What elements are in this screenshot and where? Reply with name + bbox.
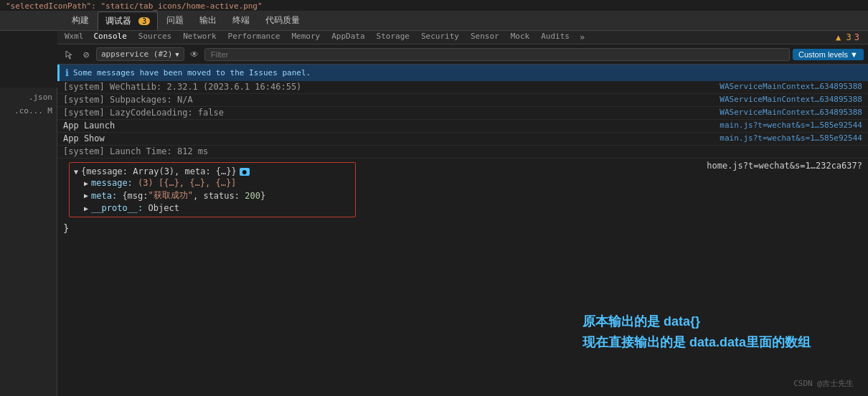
tab-issues[interactable]: 问题 (159, 11, 191, 29)
closing-brace: } (57, 221, 868, 235)
tab-memory[interactable]: Memory (286, 31, 326, 44)
info-icon: ℹ (65, 67, 69, 78)
app-container: "selectedIconPath": "static/tab_icons/ho… (0, 0, 868, 396)
context-selector[interactable]: appservice (#2) ▼ (96, 47, 184, 61)
expand-triangle[interactable] (74, 168, 78, 176)
tab-sources[interactable]: Sources (133, 31, 177, 44)
info-banner: ℹ Some messages have been moved to the I… (57, 65, 868, 81)
meta-triangle[interactable] (84, 192, 88, 199)
tab-debugger[interactable]: 调试器 3 (98, 11, 158, 30)
custom-levels-button[interactable]: Custom levels ▼ (793, 49, 864, 60)
object-meta-row: meta: {msg: "获取成功" , status: 200 } (74, 189, 351, 202)
log-line: [system] LazyCodeLoading: false WAServic… (57, 107, 868, 120)
top-bar: 构建 调试器 3 问题 输出 终端 代码质量 (0, 11, 868, 31)
warning-count: ▲ 3 3 (830, 32, 865, 42)
log-line: [system] WeChatLib: 2.32.1 (2023.6.1 16:… (57, 81, 868, 94)
annotation: 原本输出的是 data{} 现在直接输出的是 data.data里面的数组 (582, 311, 811, 353)
eye-button[interactable]: 👁 (187, 47, 202, 62)
log-line: App Launch main.js?t=wechat&s=1…585e9254… (57, 120, 868, 133)
message-triangle[interactable] (84, 179, 88, 187)
proto-triangle[interactable] (84, 204, 88, 212)
object-message-row: message: (3) [{…}, {…}, {…}] (74, 177, 351, 189)
tab-code-quality[interactable]: 代码质量 (258, 11, 307, 29)
tab-sensor[interactable]: Sensor (465, 31, 505, 44)
left-panel-json[interactable]: .json (0, 90, 57, 104)
cursor-tool-button[interactable] (62, 47, 76, 62)
clear-console-button[interactable]: ⊘ (79, 47, 93, 62)
tab-wxml[interactable]: Wxml (60, 31, 88, 44)
console-toolbar: ⊘ appservice (#2) ▼ 👁 Custom levels ▼ (57, 44, 868, 65)
tab-audits[interactable]: Audits (535, 31, 575, 44)
devtools-tabs: Wxml Console Sources Network Performance… (57, 31, 868, 44)
code-preview-text: "selectedIconPath": "static/tab_icons/ho… (6, 1, 263, 11)
log-line: App Show main.js?t=wechat&s=1…585e92544 (57, 133, 868, 146)
console-output: ℹ Some messages have been moved to the I… (57, 65, 868, 396)
code-preview: "selectedIconPath": "static/tab_icons/ho… (0, 0, 868, 11)
object-main-row: {message: Array(3), meta: {…}} ● (74, 166, 351, 177)
object-proto-row: __proto__: Object (74, 202, 351, 214)
object-log-line: {message: Array(3), meta: {…}} ● message… (57, 159, 868, 221)
tab-network[interactable]: Network (177, 31, 222, 44)
tab-appdata[interactable]: AppData (326, 31, 370, 44)
tab-security[interactable]: Security (415, 31, 465, 44)
tab-performance[interactable]: Performance (222, 31, 286, 44)
left-panel: .json .co... M (0, 88, 57, 396)
tab-output[interactable]: 输出 (192, 11, 224, 29)
object-source-link[interactable]: home.js?t=wechat&s=1…232ca637? (707, 161, 862, 171)
tab-console[interactable]: Console (88, 31, 133, 44)
tab-terminal[interactable]: 终端 (225, 11, 257, 29)
object-block[interactable]: {message: Array(3), meta: {…}} ● message… (69, 162, 356, 217)
tab-build[interactable]: 构建 (65, 11, 96, 29)
tab-storage[interactable]: Storage (371, 31, 415, 44)
left-panel-co[interactable]: .co... M (0, 104, 57, 118)
filter-input[interactable] (204, 48, 790, 61)
log-line: [system] Launch Time: 812 ms (57, 146, 868, 159)
more-tabs-button[interactable]: » (575, 31, 589, 44)
log-line: [system] Subpackages: N/A WAServiceMainC… (57, 94, 868, 107)
tab-mock[interactable]: Mock (505, 31, 536, 44)
csdn-watermark: CSDN @吉士先生 (793, 378, 854, 389)
